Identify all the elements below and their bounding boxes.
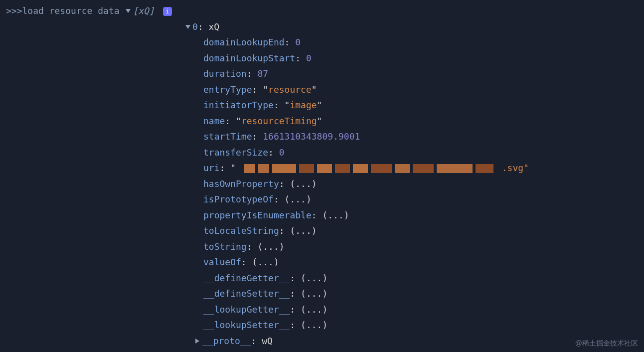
prop-transferSize[interactable]: transferSize: 0 bbox=[6, 145, 638, 161]
prop-name[interactable]: name: "resourceTiming" bbox=[6, 113, 638, 129]
prop-startTime[interactable]: startTime: 1661310343809.9001 bbox=[6, 129, 638, 145]
entry-index: 0 bbox=[192, 21, 198, 32]
prop-propertyIsEnumerable[interactable]: propertyIsEnumerable: (...) bbox=[6, 207, 638, 223]
watermark: @稀土掘金技术社区 bbox=[575, 337, 638, 350]
prompt: >>> bbox=[6, 5, 22, 16]
prop-lookupGetter[interactable]: __lookupGetter__: (...) bbox=[6, 302, 638, 318]
prop-toLocaleString[interactable]: toLocaleString: (...) bbox=[6, 223, 638, 239]
array-entry-0[interactable]: 0: xQ bbox=[6, 19, 638, 35]
collapse-icon[interactable] bbox=[195, 339, 199, 344]
prop-defineSetter[interactable]: __defineSetter__: (...) bbox=[6, 286, 638, 302]
prop-entryType[interactable]: entryType: "resource" bbox=[6, 82, 638, 98]
console-output: >>>load resource data [xQ] i 0: xQ domai… bbox=[0, 0, 644, 352]
redacted-uri bbox=[244, 164, 493, 173]
prop-defineGetter[interactable]: __defineGetter__: (...) bbox=[6, 270, 638, 286]
uri-suffix: .svg" bbox=[502, 163, 529, 173]
prop-uri[interactable]: uri: " .svg" bbox=[6, 160, 638, 176]
command-line: >>>load resource data [xQ] i bbox=[6, 3, 638, 19]
object-summary[interactable]: [xQ] bbox=[133, 5, 154, 16]
prop-duration[interactable]: duration: 87 bbox=[6, 66, 638, 82]
prop-proto[interactable]: __proto__: wQ bbox=[6, 333, 638, 349]
prop-toString[interactable]: toString: (...) bbox=[6, 239, 638, 255]
prop-domainLookupStart[interactable]: domainLookupStart: 0 bbox=[6, 50, 638, 66]
prop-initiatorType[interactable]: initiatorType: "image" bbox=[6, 97, 638, 113]
expand-icon[interactable] bbox=[126, 9, 131, 13]
prop-domainLookupEnd[interactable]: domainLookupEnd: 0 bbox=[6, 34, 638, 50]
entry-type: xQ bbox=[209, 21, 220, 32]
prop-lookupSetter[interactable]: __lookupSetter__: (...) bbox=[6, 317, 638, 333]
prop-isPrototypeOf[interactable]: isPrototypeOf: (...) bbox=[6, 191, 638, 207]
expand-icon[interactable] bbox=[185, 25, 190, 29]
command-text: load resource data bbox=[22, 5, 120, 16]
prop-valueOf[interactable]: valueOf: (...) bbox=[6, 254, 638, 270]
info-icon[interactable]: i bbox=[163, 7, 172, 16]
prop-hasOwnProperty[interactable]: hasOwnProperty: (...) bbox=[6, 176, 638, 192]
